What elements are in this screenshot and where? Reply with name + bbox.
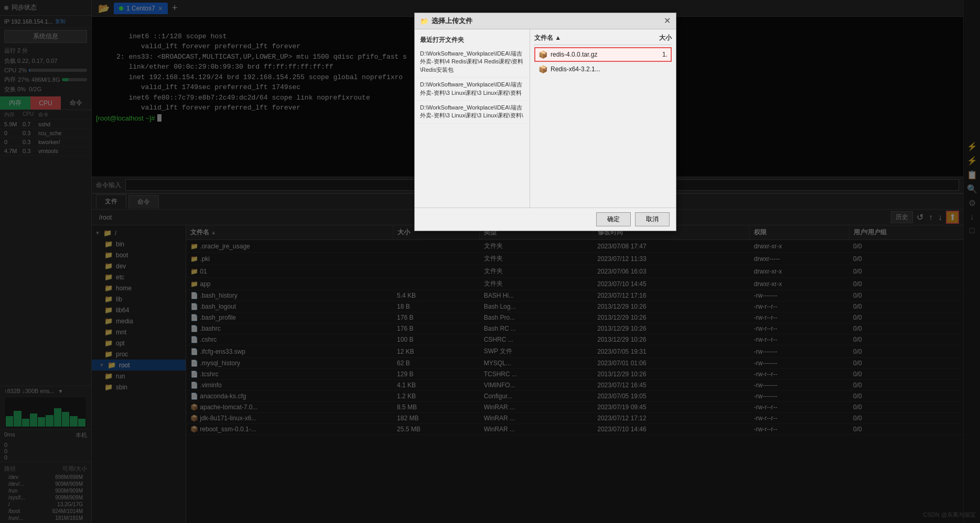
recent-folder-item[interactable]: D:\WorkSoftware_Workplace\IDEA\瑞吉外卖-资料\4…	[415, 47, 530, 78]
modal-overlay: 📁 选择上传文件 ✕ 最近打开文件夹 D:\WorkSoftware_Workp…	[0, 0, 980, 523]
file-icon-redis2: 📦	[539, 65, 547, 73]
modal-titlebar: 📁 选择上传文件 ✕	[415, 13, 676, 29]
modal-title: 📁 选择上传文件	[420, 16, 472, 26]
file-name-1: redis-4.0.0.tar.gz	[551, 51, 597, 58]
file-icon-redis: 📦	[539, 50, 547, 59]
modal-body: 最近打开文件夹 D:\WorkSoftware_Workplace\IDEA\瑞…	[415, 29, 676, 208]
modal-file-list: 📦 redis-4.0.0.tar.gz 1. 📦 Redis-x64-3.2.…	[534, 47, 672, 203]
recent-folders-label: 最近打开文件夹	[415, 34, 530, 47]
modal-file-header: 文件名 ▲ 大小	[534, 34, 672, 45]
file-name-2: Redis-x64-3.2.1...	[551, 66, 600, 73]
recent-folder-item[interactable]: D:\WorkSoftware_Workplace\IDEA\瑞吉外卖-资料\3…	[415, 101, 530, 124]
modal-close-button[interactable]: ✕	[664, 17, 671, 25]
recent-folder-item[interactable]: D:\WorkSoftware_Workplace\IDEA\瑞吉外卖-资料\3…	[415, 78, 530, 101]
modal-footer: 确定 取消	[415, 208, 676, 231]
file-size-1: 1.	[662, 51, 667, 58]
file-col-label: 文件名 ▲	[534, 34, 651, 42]
modal-file-list-area: 文件名 ▲ 大小 📦 redis-4.0.0.tar.gz 1. 📦 Redis…	[530, 29, 676, 208]
modal-file-item-2[interactable]: 📦 Redis-x64-3.2.1...	[534, 62, 672, 77]
modal-file-item-1[interactable]: 📦 redis-4.0.0.tar.gz 1.	[534, 47, 672, 62]
size-col-label: 大小	[651, 34, 672, 42]
upload-file-modal: 📁 选择上传文件 ✕ 最近打开文件夹 D:\WorkSoftware_Workp…	[414, 13, 676, 231]
modal-ok-button[interactable]: 确定	[596, 212, 631, 226]
modal-recent-folders: 最近打开文件夹 D:\WorkSoftware_Workplace\IDEA\瑞…	[415, 29, 530, 208]
modal-cancel-button[interactable]: 取消	[635, 212, 670, 226]
modal-title-icon: 📁	[420, 17, 428, 25]
